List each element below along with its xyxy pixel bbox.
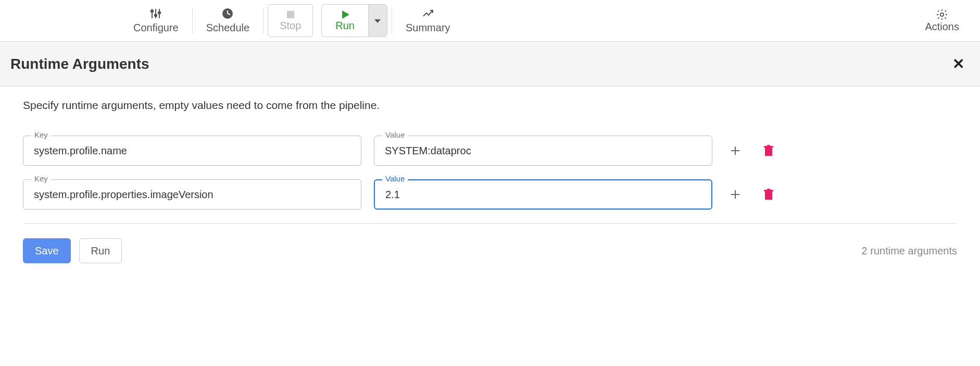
value-input[interactable] <box>374 136 712 166</box>
value-legend: Value <box>382 130 408 139</box>
svg-rect-3 <box>151 10 153 12</box>
close-icon: ✕ <box>952 56 964 72</box>
svg-rect-22 <box>767 189 770 190</box>
key-field[interactable]: Key <box>23 136 361 166</box>
panel-body: Specify runtime arguments, empty values … <box>0 87 980 263</box>
plus-icon <box>730 189 741 200</box>
schedule-button[interactable]: Schedule <box>193 0 263 41</box>
run-dropdown-toggle[interactable] <box>368 5 387 36</box>
svg-rect-4 <box>155 15 157 16</box>
svg-rect-17 <box>767 145 770 147</box>
run-button[interactable]: Run <box>322 9 368 32</box>
divider <box>23 223 957 224</box>
key-legend: Key <box>31 174 51 183</box>
chevron-down-icon <box>373 17 382 25</box>
svg-point-12 <box>940 13 944 16</box>
svg-rect-5 <box>158 12 160 14</box>
toolbar-separator <box>263 7 263 34</box>
sliders-icon <box>149 7 162 20</box>
key-input[interactable] <box>23 179 361 210</box>
run-args-button[interactable]: Run <box>79 238 122 263</box>
stop-label: Stop <box>280 20 301 32</box>
svg-rect-20 <box>765 191 772 200</box>
actions-button[interactable]: Actions <box>925 0 959 41</box>
footer: Save Run 2 runtime arguments <box>23 238 957 263</box>
configure-label: Configure <box>133 22 179 34</box>
clock-icon <box>221 7 234 20</box>
panel-header: Runtime Arguments ✕ <box>0 42 980 87</box>
play-icon <box>340 9 350 20</box>
save-button[interactable]: Save <box>23 238 71 263</box>
value-input[interactable] <box>374 179 712 210</box>
delete-row-button[interactable] <box>758 189 779 200</box>
close-button[interactable]: ✕ <box>952 55 970 72</box>
add-row-button[interactable] <box>725 189 746 200</box>
svg-marker-10 <box>342 10 349 19</box>
key-field[interactable]: Key <box>23 179 361 210</box>
svg-rect-15 <box>765 148 772 156</box>
stop-button: Stop <box>268 4 313 37</box>
svg-marker-11 <box>374 19 381 23</box>
panel-description: Specify runtime arguments, empty values … <box>23 99 957 112</box>
value-field[interactable]: Value <box>374 136 712 166</box>
value-field[interactable]: Value <box>374 179 712 210</box>
actions-label: Actions <box>925 21 959 33</box>
run-button-group: Run <box>321 4 387 37</box>
svg-rect-9 <box>287 11 294 18</box>
argument-row: Key Value <box>23 179 957 210</box>
add-row-button[interactable] <box>725 145 746 156</box>
summary-label: Summary <box>406 22 450 34</box>
stop-icon <box>285 9 296 20</box>
arguments-count: 2 runtime arguments <box>862 245 957 257</box>
trash-icon <box>763 189 774 200</box>
chart-icon <box>422 7 434 20</box>
top-toolbar: Configure Schedule Stop Run <box>0 0 980 42</box>
panel-title: Runtime Arguments <box>10 56 149 72</box>
summary-button[interactable]: Summary <box>392 0 464 41</box>
run-label: Run <box>335 20 355 32</box>
gear-icon <box>936 8 948 21</box>
trash-icon <box>763 145 774 156</box>
schedule-label: Schedule <box>206 22 249 34</box>
configure-button[interactable]: Configure <box>120 0 192 41</box>
key-input[interactable] <box>23 136 361 166</box>
delete-row-button[interactable] <box>758 145 779 156</box>
argument-row: Key Value <box>23 136 957 166</box>
value-legend: Value <box>382 174 408 183</box>
key-legend: Key <box>31 130 51 139</box>
plus-icon <box>730 145 741 156</box>
